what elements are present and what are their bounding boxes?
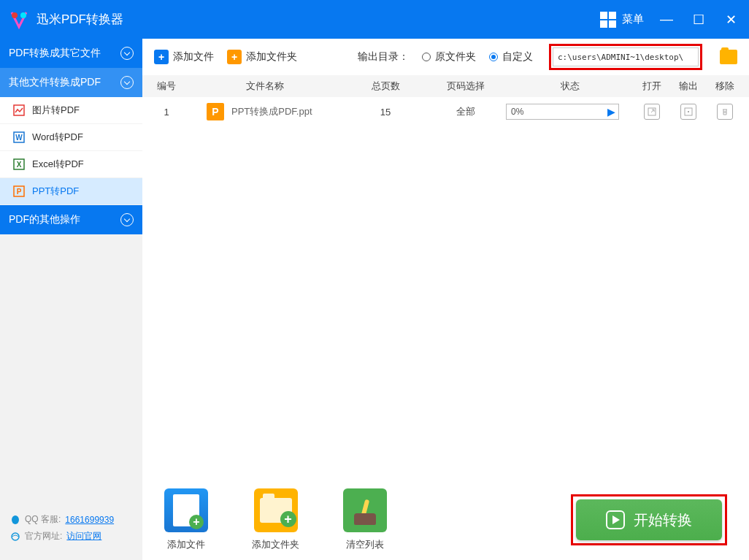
sidebar-item-image-to-pdf[interactable]: 图片转PDF xyxy=(0,97,142,124)
row-pages: 15 xyxy=(345,107,426,118)
sidebar-footer: QQ 客服: 1661699939 官方网址: 访问官网 xyxy=(0,506,142,560)
col-del: 移除 xyxy=(707,80,743,93)
browse-folder-button[interactable] xyxy=(720,50,737,64)
ie-icon xyxy=(10,532,20,542)
svg-text:X: X xyxy=(17,161,22,169)
col-num: 编号 xyxy=(148,80,185,93)
svg-text:P: P xyxy=(17,188,22,196)
minimize-button[interactable]: — xyxy=(657,10,676,29)
app-title: 迅米PDF转换器 xyxy=(37,11,600,28)
titlebar: 迅米PDF转换器 菜单 — ☐ ✕ xyxy=(0,0,749,39)
ppt-file-icon: P xyxy=(13,185,25,197)
add-folder-button[interactable]: + 添加文件夹 xyxy=(227,50,297,64)
add-file-button[interactable]: + 添加文件 xyxy=(154,50,214,64)
big-clear-button[interactable]: 清空列表 xyxy=(343,488,387,551)
output-path-input[interactable] xyxy=(553,47,699,66)
radio-custom-folder[interactable]: 自定义 xyxy=(489,50,533,64)
maximize-button[interactable]: ☐ xyxy=(689,10,708,29)
close-button[interactable]: ✕ xyxy=(721,10,740,29)
file-name: PPT转换成PDF.ppt xyxy=(231,105,312,118)
add-file-icon: + xyxy=(154,50,169,64)
menu-label: 菜单 xyxy=(622,12,644,26)
col-out: 输出 xyxy=(670,80,707,93)
sidebar-section-pdf-to-other[interactable]: PDF转换成其它文件 xyxy=(0,39,142,68)
svg-point-9 xyxy=(12,515,19,524)
chevron-down-icon xyxy=(120,76,134,89)
chevron-down-icon xyxy=(120,213,134,226)
col-name: 文件名称 xyxy=(185,80,345,93)
svg-rect-13 xyxy=(688,111,689,112)
sidebar-section-other-to-pdf[interactable]: 其他文件转换成PDF xyxy=(0,68,142,97)
bottom-bar: 添加文件 添加文件夹 清空列表 开始转换 xyxy=(142,480,749,560)
clear-list-icon xyxy=(343,488,387,532)
word-file-icon: W xyxy=(13,131,25,143)
add-folder-large-icon xyxy=(254,488,298,532)
path-highlight-annotation xyxy=(549,44,702,70)
menu-grid-icon xyxy=(600,12,616,28)
big-add-file-button[interactable]: 添加文件 xyxy=(164,488,208,551)
add-file-large-icon xyxy=(164,488,208,532)
toolbar: + 添加文件 + 添加文件夹 输出目录： 原文件夹 自定义 xyxy=(142,39,749,75)
sidebar-item-label: 图片转PDF xyxy=(32,104,80,117)
sidebar-section-pdf-ops[interactable]: PDF的其他操作 xyxy=(0,205,142,234)
table-row: 1 P PPT转换成PDF.ppt 15 全部 0% ▶ xyxy=(142,97,749,126)
col-pages: 总页数 xyxy=(345,80,426,93)
remove-button[interactable] xyxy=(717,104,733,120)
output-dir-label: 输出目录： xyxy=(358,50,409,64)
radio-checked-icon xyxy=(489,53,498,61)
sidebar-item-label: Excel转PDF xyxy=(32,158,84,171)
svg-point-0 xyxy=(12,12,18,18)
table-header: 编号 文件名称 总页数 页码选择 状态 打开 输出 移除 xyxy=(142,75,749,97)
col-open: 打开 xyxy=(634,80,670,93)
image-file-icon xyxy=(13,104,25,116)
add-folder-icon: + xyxy=(227,50,242,64)
app-logo-icon xyxy=(9,9,29,30)
play-icon[interactable]: ▶ xyxy=(607,106,615,118)
ppt-badge-icon: P xyxy=(207,103,224,120)
play-circle-icon xyxy=(606,510,625,529)
sidebar-item-word-to-pdf[interactable]: W Word转PDF xyxy=(0,124,142,151)
big-add-folder-button[interactable]: 添加文件夹 xyxy=(252,488,299,551)
row-page-select[interactable]: 全部 xyxy=(426,105,506,118)
radio-icon xyxy=(422,53,431,61)
qq-link[interactable]: 1661699939 xyxy=(65,515,114,525)
sidebar: PDF转换成其它文件 其他文件转换成PDF 图片转PDF W Word转PDF … xyxy=(0,39,142,560)
svg-point-1 xyxy=(20,12,26,18)
output-button[interactable] xyxy=(680,104,696,120)
radio-original-folder[interactable]: 原文件夹 xyxy=(422,50,476,64)
start-highlight-annotation: 开始转换 xyxy=(571,494,727,545)
col-sel: 页码选择 xyxy=(426,80,506,93)
sidebar-item-label: PPT转PDF xyxy=(32,185,79,198)
open-button[interactable] xyxy=(644,104,660,120)
start-convert-button[interactable]: 开始转换 xyxy=(576,499,722,540)
svg-text:W: W xyxy=(15,134,23,142)
sidebar-item-excel-to-pdf[interactable]: X Excel转PDF xyxy=(0,151,142,178)
excel-file-icon: X xyxy=(13,158,25,170)
main-panel: + 添加文件 + 添加文件夹 输出目录： 原文件夹 自定义 编号 xyxy=(142,39,749,560)
progress-bar: 0% ▶ xyxy=(506,104,619,120)
sidebar-item-label: Word转PDF xyxy=(32,131,83,144)
row-num: 1 xyxy=(148,107,185,118)
chevron-down-icon xyxy=(120,47,134,60)
menu-button[interactable]: 菜单 xyxy=(600,12,644,28)
qq-icon xyxy=(10,515,20,525)
col-status: 状态 xyxy=(506,80,634,93)
sidebar-item-ppt-to-pdf[interactable]: P PPT转PDF xyxy=(0,178,142,205)
site-link[interactable]: 访问官网 xyxy=(66,530,101,542)
